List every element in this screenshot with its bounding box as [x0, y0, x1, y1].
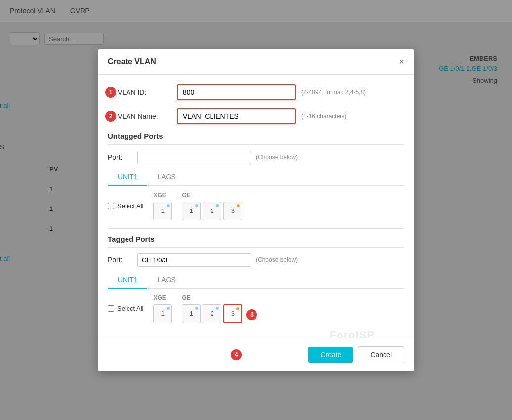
dialog-footer: 4 Create Cancel — [98, 338, 414, 371]
port-dot — [216, 204, 219, 207]
ge-tagged-buttons: 1 2 3 — [182, 304, 242, 323]
create-vlan-dialog: Create VLAN × 1 VLAN ID: (2-4094, format… — [98, 49, 414, 371]
step2-badge: 2 — [105, 111, 116, 122]
create-button[interactable]: Create — [308, 347, 353, 363]
untagged-tabs: UNIT1 LAGS — [108, 169, 404, 186]
tagged-port-row: Port: (Choose below) — [108, 253, 404, 267]
xge-untagged-buttons: 1 — [153, 202, 172, 220]
xge-tagged-buttons: 1 — [153, 304, 172, 323]
tab-unit1-untagged[interactable]: UNIT1 — [108, 169, 147, 186]
untagged-select-all-label: Select All — [117, 202, 143, 210]
port-dot — [216, 307, 219, 310]
vlan-id-hint: (2-4094, format: 2,4-5,8) — [301, 89, 366, 96]
untagged-port-label: Port: — [108, 153, 137, 161]
vlan-id-label: VLAN ID: — [118, 88, 177, 96]
vlan-name-hint: (1-16 characters) — [301, 113, 346, 120]
untagged-select-all-checkbox[interactable] — [108, 203, 114, 209]
dialog-header: Create VLAN × — [98, 49, 414, 75]
tagged-port-input[interactable] — [137, 253, 251, 267]
tagged-port-grid: Select All XGE 1 GE — [108, 294, 404, 323]
vlan-name-input[interactable] — [177, 108, 296, 124]
xge-untagged-port-1[interactable]: 1 — [153, 202, 172, 220]
tab-lags-untagged[interactable]: LAGS — [147, 169, 185, 186]
port-dot — [195, 307, 198, 310]
xge-tagged-label: XGE — [153, 294, 166, 301]
dialog-title: Create VLAN — [108, 57, 156, 66]
untagged-port-row: Port: (Choose below) — [108, 151, 404, 164]
xge-untagged-label: XGE — [153, 192, 166, 199]
ge-tagged-port-1[interactable]: 1 — [182, 304, 201, 323]
step4-badge: 4 — [231, 349, 242, 360]
ge-untagged-label: GE — [182, 192, 190, 199]
tagged-select-all-checkbox[interactable] — [108, 305, 114, 312]
ge-untagged-port-3[interactable]: 3 — [223, 202, 242, 220]
tab-unit1-tagged[interactable]: UNIT1 — [108, 272, 147, 289]
step3-badge: 3 — [246, 309, 257, 320]
xge-tagged-group: XGE 1 — [153, 294, 172, 323]
untagged-ports-title: Untagged Ports — [108, 132, 404, 145]
close-button[interactable]: × — [399, 57, 404, 66]
untagged-port-hint: (Choose below) — [256, 154, 298, 161]
tagged-ports-title: Tagged Ports — [108, 235, 404, 248]
port-dot — [167, 307, 170, 310]
dialog-body: 1 VLAN ID: (2-4094, format: 2,4-5,8) 2 V… — [98, 75, 414, 338]
vlan-name-row: 2 VLAN Name: (1-16 characters) — [108, 108, 404, 124]
modal-overlay: Create VLAN × 1 VLAN ID: (2-4094, format… — [0, 0, 512, 420]
untagged-select-all: Select All — [108, 202, 143, 210]
ge-tagged-port-2[interactable]: 2 — [203, 304, 221, 323]
tagged-port-hint: (Choose below) — [256, 256, 298, 263]
vlan-id-input[interactable] — [177, 84, 296, 100]
untagged-port-input[interactable] — [137, 151, 251, 164]
port-dot — [236, 307, 239, 310]
vlan-id-row: 1 VLAN ID: (2-4094, format: 2,4-5,8) — [108, 84, 404, 100]
tagged-select-all-label: Select All — [117, 305, 143, 312]
vlan-name-label: VLAN Name: — [118, 112, 177, 120]
untagged-port-grid: Select All XGE 1 GE — [108, 192, 404, 220]
tagged-select-all: Select All — [108, 305, 143, 312]
xge-tagged-port-1[interactable]: 1 — [153, 304, 172, 323]
port-dot — [195, 204, 198, 207]
ge-untagged-group: GE 1 2 3 — [182, 192, 242, 220]
divider — [108, 228, 404, 229]
tab-lags-tagged[interactable]: LAGS — [147, 272, 185, 289]
ge-untagged-port-2[interactable]: 2 — [203, 202, 221, 220]
ge-untagged-buttons: 1 2 3 — [182, 202, 242, 220]
port-dot — [237, 204, 240, 207]
ge-tagged-label: GE — [182, 294, 190, 301]
ge-tagged-port-3[interactable]: 3 — [223, 304, 242, 323]
cancel-button[interactable]: Cancel — [358, 346, 404, 363]
tagged-tabs: UNIT1 LAGS — [108, 272, 404, 289]
xge-untagged-group: XGE 1 — [153, 192, 172, 220]
port-dot — [167, 204, 170, 207]
ge-tagged-group: GE 1 2 3 — [182, 294, 242, 323]
step1-badge: 1 — [105, 87, 116, 98]
ge-untagged-port-1[interactable]: 1 — [182, 202, 201, 220]
tagged-port-label: Port: — [108, 256, 137, 264]
